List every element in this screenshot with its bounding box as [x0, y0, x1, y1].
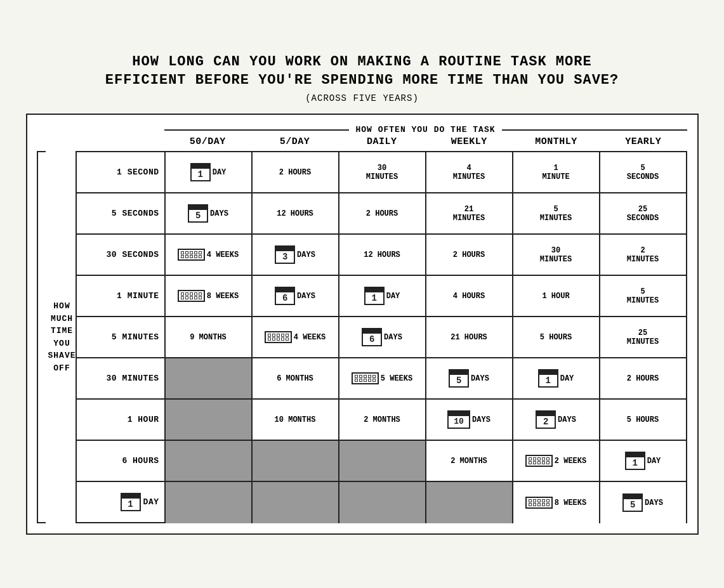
- row-labels-col: 1 Second 5 Seconds 30 Seconds 1 Minute 5…: [77, 152, 166, 523]
- cell-7-1: [253, 441, 339, 481]
- cell-0-1: 2 Hours: [253, 152, 339, 192]
- grid-row-3: 8 Weeks 6 Days 1 Day 4 Hours 1 Hour 5Min…: [166, 276, 686, 317]
- grid-row-1: 5 Days 12 Hours 2 Hours 21Minutes 5Minut…: [166, 193, 686, 235]
- cell-5-4: 1 Day: [513, 358, 600, 398]
- cell-1-3: 21Minutes: [426, 193, 513, 233]
- row-label-4: 5 Minutes: [77, 317, 164, 358]
- cell-7-5: 1 Day: [600, 441, 686, 481]
- cell-3-1: 6 Days: [253, 276, 339, 316]
- cell-2-1: 3 Days: [253, 235, 339, 275]
- cell-6-3: 10 Days: [426, 400, 513, 440]
- row-label-6: 1 Hour: [77, 400, 164, 441]
- cell-5-5: 2 Hours: [600, 358, 686, 398]
- row-label-0: 1 Second: [77, 152, 164, 193]
- page-container: How long can you work on making a routin…: [13, 41, 711, 547]
- cell-3-4: 1 Hour: [513, 276, 600, 316]
- row-label-5: 30 Minutes: [77, 358, 164, 400]
- cell-4-0: 9 Months: [166, 317, 253, 357]
- grid-row-2: 4 Weeks 3 Days 12 Hours 2 Hours 30Minute…: [166, 235, 686, 276]
- cell-0-4: 1Minute: [513, 152, 600, 192]
- col-header-3: Weekly: [425, 136, 512, 150]
- grid-row-5: 6 Months: [166, 358, 686, 400]
- cell-6-0: [166, 400, 253, 440]
- freq-header-label: How Often You Do The Task: [349, 125, 501, 134]
- data-grid: 1 Day 2 Hours 30Minutes 4Minutes 1Minute…: [166, 152, 686, 523]
- col-header-5: Yearly: [600, 136, 687, 150]
- cell-0-3: 4Minutes: [426, 152, 513, 192]
- col-header-1: 5/Day: [251, 136, 338, 150]
- chart-border: How Often You Do The Task 50/Day 5/Day D…: [26, 114, 699, 535]
- cell-0-0: 1 Day: [166, 152, 253, 192]
- cell-3-3: 4 Hours: [426, 276, 513, 316]
- cell-5-0: [166, 358, 253, 398]
- cell-1-4: 5Minutes: [513, 193, 600, 233]
- cell-8-1: [253, 482, 339, 523]
- cell-7-2: [339, 441, 426, 481]
- main-title: How long can you work on making a routin…: [26, 53, 699, 89]
- cell-1-0: 5 Days: [166, 193, 253, 233]
- cell-8-4: 8 Weeks: [513, 482, 600, 523]
- row-label-2: 30 Seconds: [77, 235, 164, 276]
- row-label-8: 1 Day: [77, 482, 164, 523]
- cell-2-2: 12 Hours: [339, 235, 426, 275]
- cell-6-1: 10 Months: [253, 400, 339, 440]
- cell-1-1: 12 Hours: [253, 193, 339, 233]
- row-label-1: 5 Seconds: [77, 193, 164, 235]
- row-label-7: 6 Hours: [77, 441, 164, 482]
- left-axis-area: HOWMUCHTIMEYOUSHAVEOFF: [37, 151, 76, 523]
- cell-0-2: 30Minutes: [339, 152, 426, 192]
- cell-2-4: 30Minutes: [513, 235, 600, 275]
- cell-8-2: [339, 482, 426, 523]
- cell-8-0: [166, 482, 253, 523]
- cell-8-3: [426, 482, 513, 523]
- cell-4-2: 6 Days: [339, 317, 426, 357]
- cell-2-0: 4 Weeks: [166, 235, 253, 275]
- cell-4-5: 25Minutes: [600, 317, 686, 357]
- cell-5-3: 5 Days: [426, 358, 513, 398]
- cell-6-4: 2 Days: [513, 400, 600, 440]
- cell-4-1: 4 Weeks: [253, 317, 339, 357]
- cell-7-3: 2 Months: [426, 441, 513, 481]
- col-header-4: Monthly: [513, 136, 600, 150]
- cell-6-5: 5 Hours: [600, 400, 686, 440]
- cell-6-2: 2 Months: [339, 400, 426, 440]
- row-label-3: 1 Minute: [77, 276, 164, 317]
- cell-5-1: 6 Months: [253, 358, 339, 398]
- cell-3-5: 5Minutes: [600, 276, 686, 316]
- cell-4-3: 21 Hours: [426, 317, 513, 357]
- cell-7-4: 2 Weeks: [513, 441, 600, 481]
- cell-8-5: 5 Days: [600, 482, 686, 523]
- cell-1-5: 25Seconds: [600, 193, 686, 233]
- cell-0-5: 5Seconds: [600, 152, 686, 192]
- cell-4-4: 5 Hours: [513, 317, 600, 357]
- col-header-2: Daily: [338, 136, 425, 150]
- left-axis-label: HOWMUCHTIMEYOUSHAVEOFF: [46, 300, 76, 374]
- cell-3-2: 1 Day: [339, 276, 426, 316]
- cell-1-2: 2 Hours: [339, 193, 426, 233]
- grid-row-8: 8 Weeks 5 Days: [166, 482, 686, 523]
- col-header-0: 50/Day: [164, 136, 251, 150]
- cell-5-2: 5 Weeks: [339, 358, 426, 398]
- cell-3-0: 8 Weeks: [166, 276, 253, 316]
- cell-2-3: 2 Hours: [426, 235, 513, 275]
- grid-row-0: 1 Day 2 Hours 30Minutes 4Minutes 1Minute…: [166, 152, 686, 193]
- grid-row-6: 10 Months 2 Months 10 Days 2 Days 5 Hour…: [166, 400, 686, 441]
- subtitle: (Across Five Years): [26, 93, 699, 103]
- grid-row-4: 9 Months: [166, 317, 686, 358]
- grid-row-7: 2 Months: [166, 441, 686, 482]
- cell-2-5: 2Minutes: [600, 235, 686, 275]
- cell-7-0: [166, 441, 253, 481]
